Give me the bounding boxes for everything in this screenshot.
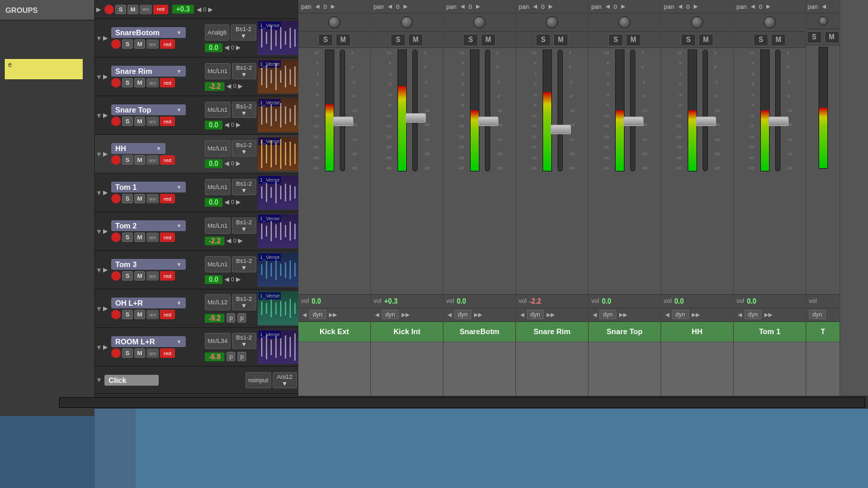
play-snare-rim[interactable]: ▶ — [103, 73, 110, 80]
collapse-tom2[interactable]: ▼ — [95, 228, 103, 235]
solo-tom2[interactable]: S — [122, 232, 133, 242]
mute-snare-top-ch[interactable]: M — [626, 34, 641, 46]
pan-left-snare-rim-ch[interactable]: ◀ — [532, 3, 538, 9]
mute-kick-ext[interactable]: M — [336, 34, 351, 46]
fader-handle-snare-rim-ch[interactable] — [551, 125, 571, 134]
dyn-right-kick-ext[interactable]: ▶▶ — [328, 312, 338, 318]
pan-left-kick-ext[interactable]: ◀ — [314, 3, 321, 9]
solo-hh-ch[interactable]: S — [681, 34, 696, 46]
assign2-tom1[interactable]: Bs1-2 ▼ — [232, 179, 256, 195]
red-snare-rim[interactable]: red — [160, 78, 175, 87]
pan-left-snare-top-ch[interactable]: ◀ — [604, 3, 611, 9]
wv-snare-top[interactable]: wv — [146, 117, 159, 126]
channel-name-kick-int[interactable]: Kick Int — [371, 321, 443, 342]
pan-right-kick-ext[interactable]: ▶ — [330, 3, 336, 9]
timeline-ruler[interactable] — [59, 397, 865, 408]
play-hh[interactable]: ▶ — [103, 150, 110, 157]
record-btn-top[interactable] — [104, 5, 114, 14]
red-tom3[interactable]: red — [160, 271, 175, 281]
collapse-click[interactable]: ▼ — [95, 376, 103, 384]
dyn-btn-snare-rim-ch[interactable]: dyn — [527, 310, 544, 319]
assign1-tom1[interactable]: Mc/Ln1 — [205, 179, 231, 195]
record-oh-lr[interactable] — [111, 310, 121, 319]
track-name-hh[interactable]: HH▼ — [111, 143, 165, 154]
assign1-click[interactable]: noinput — [245, 372, 271, 388]
solo-snare-top[interactable]: S — [122, 117, 133, 126]
mute-tom3[interactable]: M — [134, 271, 145, 281]
assign2-oh-lr[interactable]: Bs1-2 ▼ — [232, 294, 256, 310]
collapse-snare-top[interactable]: ▼ — [95, 112, 103, 119]
record-snare-top[interactable] — [111, 117, 121, 126]
assign2-hh[interactable]: Bs1-2 ▼ — [232, 140, 256, 157]
wv-hh[interactable]: wv — [146, 155, 159, 165]
collapse-oh-lr[interactable]: ▼ — [95, 305, 103, 312]
dyn-btn-hh-ch[interactable]: dyn — [672, 310, 689, 319]
vol-arrows-tom3[interactable]: ◀ 0 ▶ — [224, 276, 241, 283]
play-tom1[interactable]: ▶ — [103, 189, 110, 196]
pan-knob-kick-ext[interactable] — [328, 16, 340, 28]
pan-left-hh-ch[interactable]: ◀ — [677, 3, 684, 9]
play-snare-bottom[interactable]: ▶ — [103, 35, 110, 41]
solo-kick-int[interactable]: S — [391, 34, 406, 46]
pan-p-oh-lr-1[interactable]: p — [226, 313, 235, 323]
mute-hh[interactable]: M — [134, 155, 145, 165]
fader-handle-kick-ext[interactable] — [333, 117, 353, 126]
fader-track-snare-top-ch[interactable] — [630, 49, 635, 171]
track-name-oh-lr[interactable]: OH L+R▼ — [111, 298, 186, 308]
pan-p-room-lr-1[interactable]: p — [226, 352, 235, 361]
assign2-snare-bottom[interactable]: Bs1-2 ▼ — [231, 24, 256, 41]
fader-track-kick-int[interactable] — [412, 49, 418, 171]
track-name-room-lr[interactable]: ROOM L+R▼ — [111, 336, 186, 347]
wv-oh-lr[interactable]: wv — [146, 310, 159, 319]
pan-knob-snare-top-ch[interactable] — [618, 16, 631, 28]
track-name-tom2[interactable]: Tom 2▼ — [111, 220, 186, 231]
solo-oh-lr[interactable]: S — [122, 310, 133, 319]
dyn-btn-kick-int[interactable]: dyn — [382, 310, 399, 319]
red-hh[interactable]: red — [160, 155, 175, 165]
record-snare-bottom[interactable] — [111, 39, 121, 49]
pan-right-snare-rim-ch[interactable]: ▶ — [547, 3, 554, 9]
collapse-room-lr[interactable]: ▼ — [95, 344, 103, 351]
mute-room-lr[interactable]: M — [134, 348, 145, 358]
wv-room-lr[interactable]: wv — [146, 348, 159, 358]
track-name-snare-top[interactable]: Snare Top▼ — [111, 104, 186, 115]
solo-snare-bottom[interactable]: S — [122, 39, 133, 49]
track-name-snare-bottom[interactable]: SnareBotom▼ — [111, 27, 186, 38]
fader-handle-snare-botm[interactable] — [478, 117, 498, 126]
solo-room-lr[interactable]: S — [122, 348, 133, 358]
play-snare-top[interactable]: ▶ — [103, 112, 110, 119]
solo-tom1[interactable]: S — [122, 194, 133, 203]
mute-snare-rim[interactable]: M — [134, 78, 145, 87]
pan-p-room-lr-2[interactable]: p — [237, 352, 246, 361]
assign1-snare-top[interactable]: Mc/Ln1 — [205, 102, 231, 118]
record-tom2[interactable] — [111, 232, 121, 242]
wv-tom1[interactable]: wv — [146, 194, 159, 203]
mute-btn-top[interactable]: M — [127, 5, 138, 14]
channel-name-tom-partial[interactable]: T — [806, 321, 840, 342]
fader-track-snare-botm[interactable] — [485, 49, 490, 171]
fader-handle-hh-ch[interactable] — [696, 117, 716, 126]
wv-tom3[interactable]: wv — [146, 271, 159, 281]
solo-hh[interactable]: S — [122, 155, 133, 165]
track-name-tom3[interactable]: Tom 3▼ — [111, 259, 186, 270]
channel-name-hh-ch[interactable]: HH — [661, 321, 733, 342]
vol-arrows-snare-top[interactable]: ◀ 0 ▶ — [224, 121, 241, 128]
play-tom2[interactable]: ▶ — [103, 228, 110, 235]
pan-right-hh-ch[interactable]: ▶ — [692, 3, 699, 9]
assign2-room-lr[interactable]: Bs1-2 ▼ — [232, 333, 256, 349]
pan-knob-snare-botm[interactable] — [473, 16, 486, 28]
pan-left-snare-botm[interactable]: ◀ — [459, 3, 466, 9]
collapse-tom3[interactable]: ▼ — [95, 266, 103, 274]
wv-btn-top[interactable]: wv — [140, 5, 152, 14]
channel-name-kick-ext[interactable]: Kick Ext — [298, 321, 370, 342]
collapse-arrow-top[interactable]: ▶ — [96, 6, 103, 13]
pan-knob-snare-rim-ch[interactable] — [546, 16, 558, 28]
pan-knob-tom1-ch[interactable] — [764, 16, 776, 28]
assign2-tom3[interactable]: Bs1-2 ▼ — [232, 256, 256, 272]
mute-tom1[interactable]: M — [134, 194, 145, 203]
mute-tom1-ch[interactable]: M — [771, 34, 786, 46]
pan-right-snare-botm[interactable]: ▶ — [475, 3, 481, 9]
collapse-tom1[interactable]: ▼ — [95, 189, 103, 197]
collapse-snare-bottom[interactable]: ▼ — [95, 35, 103, 42]
mute-tom-partial[interactable]: M — [825, 31, 840, 43]
